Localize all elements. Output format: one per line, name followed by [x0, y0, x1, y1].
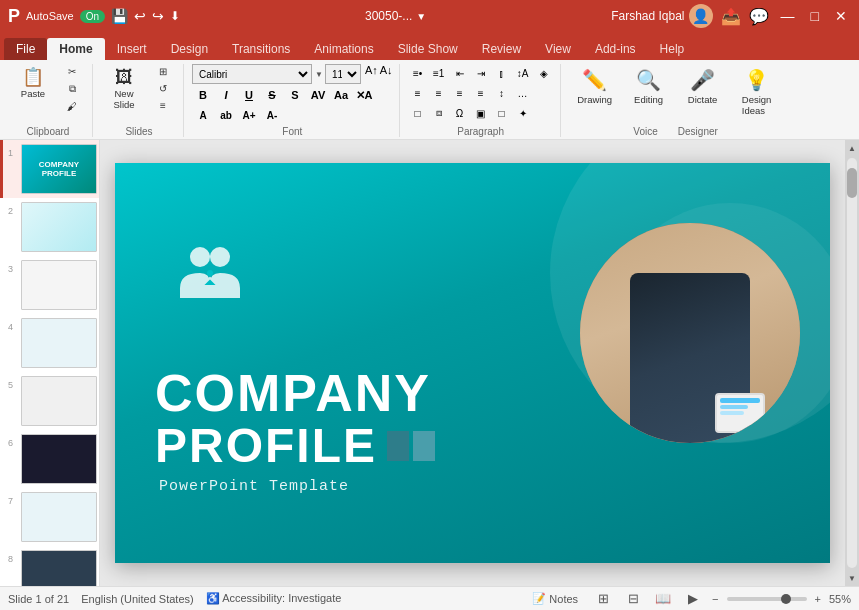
more-para-button[interactable]: … [513, 84, 533, 102]
dictate-button[interactable]: 🎤 Dictate [677, 64, 729, 109]
slide-canvas[interactable]: COMPANY PROFILE PowerPoint Template [115, 163, 830, 563]
align-left-button[interactable]: ≡ [408, 84, 428, 102]
shape-effects-button[interactable]: ✦ [513, 104, 533, 122]
change-case-button[interactable]: Aa [330, 86, 352, 104]
font-size-bigger[interactable]: A+ [238, 106, 260, 124]
tab-help[interactable]: Help [648, 38, 697, 60]
highlight-color-button[interactable]: ab [215, 106, 237, 124]
slide-sorter-button[interactable]: ⊟ [622, 590, 644, 608]
share-icon[interactable]: 📤 [721, 7, 741, 26]
quick-styles-button[interactable]: Ω [450, 104, 470, 122]
reading-view-button[interactable]: 📖 [652, 590, 674, 608]
reset-button[interactable]: ↺ [149, 81, 177, 96]
editing-button[interactable]: 🔍 Editing [623, 64, 675, 109]
slide-thumb-6[interactable]: 6 [0, 430, 99, 488]
font-size-up-icon[interactable]: A↑ [365, 64, 378, 84]
bullets-button[interactable]: ≡• [408, 64, 428, 82]
scroll-down-button[interactable]: ▼ [845, 570, 859, 586]
convert-smartart-button[interactable]: ◈ [534, 64, 554, 82]
new-slide-button[interactable]: 🖼 NewSlide [101, 64, 147, 114]
scroll-thumb[interactable] [847, 168, 857, 198]
bold-button[interactable]: B [192, 86, 214, 104]
font-size-smaller[interactable]: A- [261, 106, 283, 124]
paste-button[interactable]: 📋 Paste [10, 64, 56, 103]
normal-view-button[interactable]: ⊞ [592, 590, 614, 608]
copy-button[interactable]: ⧉ [58, 81, 86, 97]
accessibility-indicator[interactable]: ♿ Accessibility: Investigate [206, 592, 342, 605]
tab-insert[interactable]: Insert [105, 38, 159, 60]
slide-thumb-2[interactable]: 2 [0, 198, 99, 256]
tab-review[interactable]: Review [470, 38, 533, 60]
tab-file[interactable]: File [4, 38, 47, 60]
right-scrollbar[interactable]: ▲ ▼ [845, 140, 859, 586]
tab-animations[interactable]: Animations [302, 38, 385, 60]
comments-icon[interactable]: 💬 [749, 7, 769, 26]
font-color-button[interactable]: A [192, 106, 214, 124]
clear-format-button[interactable]: ✕A [353, 86, 375, 104]
increase-indent-button[interactable]: ⇥ [471, 64, 491, 82]
layout-icon: ⊞ [159, 66, 167, 77]
design-ideas-button[interactable]: 💡 DesignIdeas [731, 64, 783, 120]
font-name-select[interactable]: Calibri [192, 64, 312, 84]
slide-thumb-4[interactable]: 4 [0, 314, 99, 372]
font-size-select[interactable]: 11 [325, 64, 361, 84]
notes-button[interactable]: 📝 Notes [526, 590, 584, 607]
slides-content: 🖼 NewSlide ⊞ ↺ ≡ [101, 64, 177, 124]
zoom-in-icon[interactable]: + [815, 593, 821, 605]
tab-addins[interactable]: Add-ins [583, 38, 648, 60]
shapes-button[interactable]: □ [408, 104, 428, 122]
text-direction-button[interactable]: ↕A [513, 64, 533, 82]
arrange-button[interactable]: ⧈ [429, 104, 449, 122]
maximize-button[interactable]: □ [807, 8, 823, 24]
slide-thumb-8[interactable]: 8 [0, 546, 99, 586]
slide-photo-inner [580, 223, 800, 443]
scroll-up-button[interactable]: ▲ [845, 140, 859, 156]
format-painter-button[interactable]: 🖌 [58, 99, 86, 114]
section-icon: ≡ [160, 100, 166, 111]
customize-icon[interactable]: ⬇ [170, 9, 180, 23]
zoom-level[interactable]: 55% [829, 593, 851, 605]
drawing-button[interactable]: ✏️ Drawing [569, 64, 621, 109]
shape-fill-button[interactable]: ▣ [471, 104, 491, 122]
slide-thumb-3[interactable]: 3 [0, 256, 99, 314]
save-icon[interactable]: 💾 [111, 8, 128, 24]
title-dropdown-icon[interactable]: ▼ [416, 11, 426, 22]
tab-design[interactable]: Design [159, 38, 220, 60]
underline-button[interactable]: U [238, 86, 260, 104]
tab-slideshow[interactable]: Slide Show [386, 38, 470, 60]
shadow-button[interactable]: S [284, 86, 306, 104]
slide-thumb-5[interactable]: 5 [0, 372, 99, 430]
close-button[interactable]: ✕ [831, 8, 851, 24]
redo-icon[interactable]: ↪ [152, 8, 164, 24]
align-right-button[interactable]: ≡ [450, 84, 470, 102]
scroll-track[interactable] [847, 158, 857, 568]
zoom-slider[interactable] [727, 597, 807, 601]
strikethrough-button[interactable]: S [261, 86, 283, 104]
tab-view[interactable]: View [533, 38, 583, 60]
cut-button[interactable]: ✂ [58, 64, 86, 79]
autosave-toggle[interactable]: On [80, 10, 105, 23]
language-indicator[interactable]: English (United States) [81, 593, 194, 605]
justify-button[interactable]: ≡ [471, 84, 491, 102]
line-spacing-button[interactable]: ↕ [492, 84, 512, 102]
slide-thumb-7[interactable]: 7 [0, 488, 99, 546]
decrease-indent-button[interactable]: ⇤ [450, 64, 470, 82]
section-button[interactable]: ≡ [149, 98, 177, 113]
minimize-button[interactable]: — [777, 8, 799, 24]
undo-icon[interactable]: ↩ [134, 8, 146, 24]
slide-thumb-1[interactable]: 1 COMPANY PROFILE [0, 140, 99, 198]
shape-outline-button[interactable]: □ [492, 104, 512, 122]
canvas-area[interactable]: COMPANY PROFILE PowerPoint Template [100, 140, 845, 586]
numbering-button[interactable]: ≡1 [429, 64, 449, 82]
slideshow-view-button[interactable]: ▶ [682, 590, 704, 608]
zoom-out-icon[interactable]: − [712, 593, 718, 605]
char-spacing-button[interactable]: AV [307, 86, 329, 104]
align-center-button[interactable]: ≡ [429, 84, 449, 102]
tab-home[interactable]: Home [47, 38, 104, 60]
voice-label: Voice [633, 126, 657, 137]
tab-transitions[interactable]: Transitions [220, 38, 302, 60]
font-size-down-icon[interactable]: A↓ [380, 64, 393, 84]
italic-button[interactable]: I [215, 86, 237, 104]
columns-button[interactable]: ⫿ [492, 64, 512, 82]
layout-button[interactable]: ⊞ [149, 64, 177, 79]
